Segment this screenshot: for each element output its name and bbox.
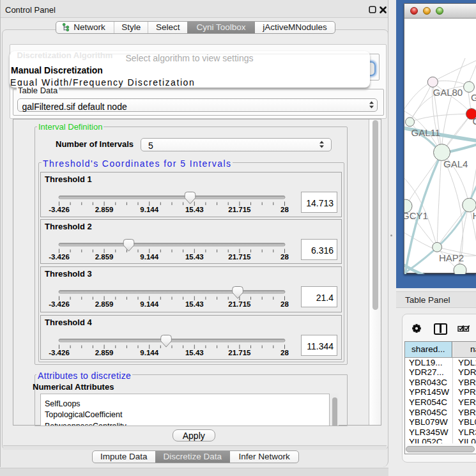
svg-text:15.43: 15.43	[185, 300, 204, 307]
svg-text:-3.426: -3.426	[49, 348, 70, 356]
svg-text:15.43: 15.43	[185, 206, 204, 213]
svg-text:21.4: 21.4	[316, 292, 334, 302]
svg-text:15.43: 15.43	[185, 252, 204, 260]
svg-text:G.: G.	[471, 92, 476, 103]
svg-text:9.144: 9.144	[140, 206, 158, 213]
svg-text:2.859: 2.859	[95, 252, 114, 260]
svg-text:Threshold 4: Threshold 4	[45, 318, 92, 327]
svg-text:H: H	[473, 210, 476, 221]
svg-text:GAL11: GAL11	[411, 127, 441, 138]
svg-text:21.715: 21.715	[228, 206, 251, 213]
svg-text:28: 28	[280, 206, 289, 213]
svg-text:Threshold 2: Threshold 2	[45, 222, 92, 231]
svg-text:11.344: 11.344	[307, 341, 334, 351]
svg-text:2.859: 2.859	[95, 348, 114, 356]
svg-text:Threshold 1: Threshold 1	[45, 174, 92, 184]
svg-text:HAP2: HAP2	[439, 252, 464, 263]
svg-text:28: 28	[280, 252, 289, 260]
svg-text:9.144: 9.144	[140, 300, 158, 307]
svg-text:21.715: 21.715	[228, 300, 251, 307]
svg-text:15.43: 15.43	[185, 348, 204, 356]
svg-text:GAL4: GAL4	[443, 158, 468, 169]
svg-text:-3.426: -3.426	[49, 206, 70, 213]
svg-text:Threshold 3: Threshold 3	[45, 269, 92, 279]
svg-text:9.144: 9.144	[140, 252, 158, 260]
svg-text:9.144: 9.144	[140, 348, 158, 356]
svg-text:21.715: 21.715	[228, 252, 251, 260]
svg-text:21.715: 21.715	[228, 348, 251, 356]
svg-text:-3.426: -3.426	[49, 252, 70, 260]
svg-text:GAL80: GAL80	[433, 87, 463, 98]
svg-text:2.859: 2.859	[95, 300, 114, 307]
svg-text:GCY1: GCY1	[404, 210, 428, 221]
svg-text:C: C	[473, 116, 476, 127]
svg-text:6.316: 6.316	[311, 245, 334, 255]
svg-text:2.859: 2.859	[95, 206, 114, 213]
svg-text:14.713: 14.713	[306, 198, 334, 208]
svg-text:-3.426: -3.426	[49, 300, 70, 307]
svg-text:28: 28	[280, 348, 289, 356]
svg-text:28: 28	[280, 300, 289, 307]
